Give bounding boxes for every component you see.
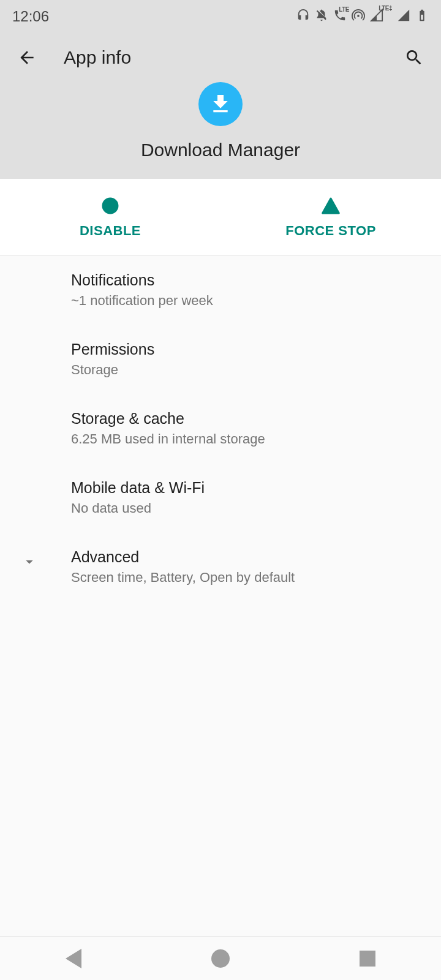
chevron-down-icon <box>21 553 38 573</box>
notifications-sub: ~1 notification per week <box>71 293 423 309</box>
system-nav-bar <box>0 936 441 980</box>
data-sub: No data used <box>71 500 423 516</box>
data-row[interactable]: Mobile data & Wi-Fi No data used <box>0 463 441 532</box>
signal-1-icon: LTE‡ <box>370 9 383 24</box>
storage-sub: 6.25 MB used in internal storage <box>71 431 423 447</box>
disable-button[interactable]: DISABLE <box>0 179 221 255</box>
status-time: 12:06 <box>12 8 49 25</box>
storage-title: Storage & cache <box>71 410 423 428</box>
header-area: App info Download Manager <box>0 33 441 179</box>
app-name: Download Manager <box>141 140 300 160</box>
advanced-sub: Screen time, Battery, Open by default <box>71 570 423 586</box>
search-button[interactable] <box>402 45 426 70</box>
mute-icon <box>315 9 328 24</box>
advanced-row[interactable]: Advanced Screen time, Battery, Open by d… <box>0 532 441 601</box>
permissions-title: Permissions <box>71 341 423 358</box>
notifications-row[interactable]: Notifications ~1 notification per week <box>0 255 441 325</box>
nav-recent-button[interactable] <box>318 940 417 977</box>
notifications-title: Notifications <box>71 271 423 289</box>
data-title: Mobile data & Wi-Fi <box>71 479 423 497</box>
app-icon <box>198 82 243 126</box>
headphones-icon <box>296 9 310 24</box>
svg-point-3 <box>330 210 331 211</box>
action-row: DISABLE FORCE STOP <box>0 179 441 255</box>
force-stop-button[interactable]: FORCE STOP <box>221 179 441 255</box>
call-lte-icon: LTE <box>333 9 347 24</box>
force-stop-label: FORCE STOP <box>285 223 376 239</box>
permissions-sub: Storage <box>71 362 423 378</box>
page-title: App info <box>64 47 402 68</box>
status-bar: 12:06 LTE LTE‡ <box>0 0 441 33</box>
nav-back-button[interactable] <box>24 940 123 977</box>
nav-home-button[interactable] <box>172 940 270 977</box>
disable-label: DISABLE <box>80 223 141 239</box>
hotspot-icon <box>352 9 365 24</box>
back-button[interactable] <box>15 45 39 70</box>
battery-icon <box>415 9 429 24</box>
signal-2-icon <box>397 9 410 24</box>
advanced-title: Advanced <box>71 548 423 566</box>
permissions-row[interactable]: Permissions Storage <box>0 325 441 394</box>
storage-row[interactable]: Storage & cache 6.25 MB used in internal… <box>0 394 441 463</box>
